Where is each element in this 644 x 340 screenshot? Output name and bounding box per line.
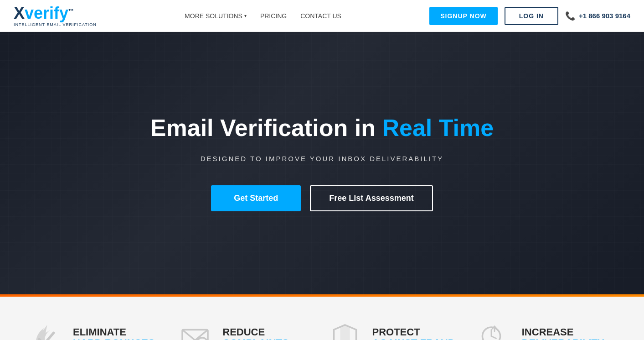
hero-subtitle: DESIGNED TO IMPROVE YOUR INBOX DELIVERAB… xyxy=(150,155,494,162)
increase-label-top: INCREASE xyxy=(522,327,604,338)
eliminate-label-bottom: HARD BOUNCES xyxy=(73,338,155,340)
reduce-label-top: REDUCE xyxy=(222,327,289,338)
increase-label-bottom: DELIVERABILITY xyxy=(522,338,604,340)
phone-icon: 📞 xyxy=(565,11,575,21)
svg-line-5 xyxy=(491,336,496,339)
login-button[interactable]: LOG IN xyxy=(505,7,558,25)
hero-buttons: Get Started Free List Assessment xyxy=(150,185,494,211)
features-section: ELIMINATE HARD BOUNCES REDUCE COMPLAINTS xyxy=(0,297,644,340)
increase-text: INCREASE DELIVERABILITY xyxy=(522,327,604,340)
nav-contact[interactable]: CONTACT US xyxy=(300,12,341,20)
get-started-button[interactable]: Get Started xyxy=(211,185,301,211)
eliminate-text: ELIMINATE HARD BOUNCES xyxy=(73,327,155,340)
hero-section: Email Verification in Real Time DESIGNED… xyxy=(0,32,644,294)
reduce-icon xyxy=(177,319,213,340)
protect-label-bottom: AGAINST FRAUD xyxy=(372,338,455,340)
logo-verify: verify xyxy=(25,4,68,22)
protect-label-top: PROTECT xyxy=(372,327,455,338)
feature-increase: INCREASE DELIVERABILITY xyxy=(476,319,617,340)
phone-area: 📞 +1 866 903 9164 xyxy=(565,11,630,21)
header: Xverify™ INTELLIGENT EMAIL VERIFICATION … xyxy=(0,0,644,32)
logo-tm: ™ xyxy=(68,8,74,14)
free-list-button[interactable]: Free List Assessment xyxy=(310,185,433,211)
hero-title-part1: Email Verification in xyxy=(150,115,382,141)
chevron-down-icon: ▾ xyxy=(244,13,247,18)
phone-number: +1 866 903 9164 xyxy=(579,12,630,20)
hero-title: Email Verification in Real Time xyxy=(150,115,494,141)
protect-text: PROTECT AGAINST FRAUD xyxy=(372,327,455,340)
hero-content: Email Verification in Real Time DESIGNED… xyxy=(141,115,503,211)
logo-x: X xyxy=(14,4,25,22)
feature-protect: PROTECT AGAINST FRAUD xyxy=(327,319,467,340)
hero-title-part2: Real Time xyxy=(382,115,494,141)
feature-reduce: REDUCE COMPLAINTS xyxy=(177,319,317,340)
signup-button[interactable]: SIGNUP NOW xyxy=(429,7,498,25)
logo-subtitle: INTELLIGENT EMAIL VERIFICATION xyxy=(14,22,97,27)
eliminate-label-top: ELIMINATE xyxy=(73,327,155,338)
feature-eliminate: ELIMINATE HARD BOUNCES xyxy=(27,319,168,340)
reduce-label-bottom: COMPLAINTS xyxy=(222,338,289,340)
protect-icon xyxy=(327,319,363,340)
nav-pricing[interactable]: PRICING xyxy=(260,12,287,20)
reduce-text: REDUCE COMPLAINTS xyxy=(222,327,289,340)
logo: Xverify™ INTELLIGENT EMAIL VERIFICATION xyxy=(14,5,97,27)
increase-icon xyxy=(476,319,513,340)
main-nav: MORE SOLUTIONS ▾ PRICING CONTACT US xyxy=(185,12,341,20)
eliminate-icon xyxy=(27,319,64,340)
nav-solutions[interactable]: MORE SOLUTIONS ▾ xyxy=(185,12,247,20)
